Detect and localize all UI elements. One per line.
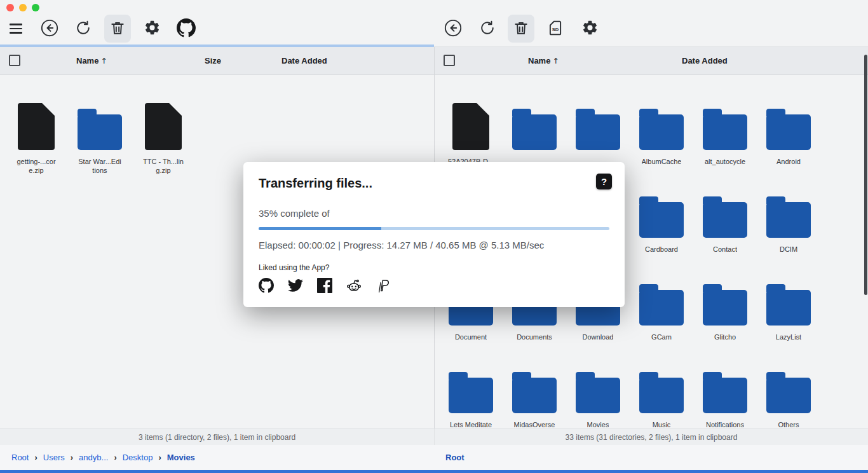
item-icon-area [639, 92, 684, 150]
select-all-checkbox[interactable] [444, 55, 455, 66]
column-date-added[interactable]: Date Added [281, 56, 327, 65]
item-label: Lets Meditate [450, 420, 492, 428]
github-icon[interactable] [259, 278, 274, 293]
left-trash-button[interactable] [104, 15, 131, 43]
column-name-label: Name [528, 56, 550, 65]
folder-item[interactable]: MidasOverse [503, 355, 566, 428]
breadcrumb-andyb-[interactable]: andyb... [79, 453, 108, 462]
breadcrumb-movies[interactable]: Movies [167, 453, 195, 462]
item-icon-area [452, 92, 489, 150]
folder-icon [639, 378, 684, 413]
folder-item[interactable]: Contact [693, 179, 757, 267]
sdcard-button[interactable]: SD [542, 15, 569, 43]
right-refresh-button[interactable] [474, 15, 501, 43]
social-prompt: Liked using the App? [259, 263, 609, 272]
left-status-text: 3 items (1 directory, 2 files), 1 item i… [139, 433, 295, 442]
item-icon-area [576, 355, 620, 413]
left-settings-button[interactable] [139, 15, 165, 43]
folder-icon [766, 202, 811, 238]
breadcrumb-separator: › [71, 453, 73, 462]
folder-item[interactable]: Movies [566, 355, 630, 428]
file-item[interactable]: getting-...cor e.zip [4, 92, 68, 179]
folder-item[interactable]: DCIM [757, 179, 820, 267]
item-icon-area [766, 267, 811, 326]
folder-icon [703, 114, 747, 150]
item-icon-area [18, 92, 55, 150]
item-label: Star War...Edi tions [78, 157, 121, 175]
dialog-title: Transferring files... [259, 176, 609, 191]
file-icon [145, 103, 182, 150]
column-name-label: Name [76, 56, 98, 65]
progress-fill [259, 227, 381, 230]
refresh-icon [478, 19, 496, 39]
item-icon-area [703, 179, 747, 238]
item-label: Download [583, 332, 614, 341]
folder-item[interactable]: AlbumCache [630, 92, 693, 179]
folder-item[interactable]: Cardboard [630, 179, 693, 267]
refresh-icon [74, 19, 92, 39]
folder-item[interactable]: Others [757, 355, 820, 428]
right-settings-button[interactable] [576, 15, 603, 43]
minimize-button[interactable] [19, 4, 27, 11]
folder-item[interactable]: alt_autocycle [693, 92, 757, 179]
twitter-icon[interactable] [288, 278, 303, 293]
left-back-button[interactable] [36, 15, 63, 43]
help-button[interactable]: ? [596, 174, 612, 189]
file-manager-window: SD Name↑ Size Date Added getting-...cor … [0, 0, 868, 473]
folder-icon [766, 290, 811, 326]
folder-item[interactable]: LazyList [757, 267, 820, 355]
left-breadcrumb: Root›Users›andyb...›Desktop›Movies [0, 445, 434, 470]
vertical-scrollbar[interactable] [864, 55, 867, 295]
folder-item[interactable]: Notifications [693, 355, 757, 428]
menu-button[interactable] [3, 15, 29, 43]
item-label: TTC - Th...lin g.zip [143, 157, 184, 175]
item-icon-area [512, 92, 557, 150]
item-label: Movies [587, 420, 609, 428]
folder-item[interactable]: Lets Meditate [439, 355, 503, 428]
file-item[interactable]: TTC - Th...lin g.zip [132, 92, 195, 179]
select-all-checkbox[interactable] [9, 55, 20, 66]
folder-icon [766, 378, 811, 413]
breadcrumb-users[interactable]: Users [43, 453, 65, 462]
file-icon [452, 103, 489, 150]
right-status-bar: 33 items (31 directories, 2 files), 1 it… [434, 428, 868, 445]
column-name[interactable]: Name↑ [528, 56, 559, 65]
menu-icon [10, 24, 22, 34]
left-column-header: Name↑ Size Date Added [0, 47, 434, 75]
item-label: Music [653, 420, 671, 428]
column-size[interactable]: Size [205, 56, 221, 65]
github-button[interactable] [173, 15, 200, 43]
column-name[interactable]: Name↑ [76, 56, 107, 65]
item-icon-area [703, 355, 747, 413]
folder-item[interactable]: Music [630, 355, 693, 428]
folder-item[interactable]: Glitcho [693, 267, 757, 355]
folder-item[interactable]: Android [757, 92, 820, 179]
folder-icon [639, 114, 684, 150]
progress-bar [259, 227, 609, 230]
folder-icon [512, 378, 557, 413]
column-date-added[interactable]: Date Added [682, 56, 728, 65]
back-icon [444, 18, 463, 39]
right-back-button[interactable] [440, 15, 466, 43]
paypal-icon[interactable] [376, 278, 391, 293]
folder-item[interactable]: GCam [630, 267, 693, 355]
right-trash-button[interactable] [508, 15, 534, 43]
item-label: Documents [517, 332, 552, 341]
item-label: getting-...cor e.zip [17, 157, 55, 175]
breadcrumb-separator: › [114, 453, 116, 462]
folder-item[interactable]: Star War...Edi tions [68, 92, 132, 179]
item-icon-area [766, 92, 811, 150]
folder-icon [78, 114, 122, 150]
breadcrumb-root[interactable]: Root [11, 453, 29, 462]
breadcrumb-desktop[interactable]: Desktop [123, 453, 153, 462]
facebook-icon[interactable] [317, 278, 332, 293]
breadcrumb-root[interactable]: Root [445, 453, 465, 462]
item-icon-area [639, 179, 684, 238]
left-refresh-button[interactable] [70, 15, 97, 43]
close-button[interactable] [6, 4, 14, 11]
zoom-button[interactable] [32, 4, 39, 11]
progress-label: 35% complete of [259, 208, 609, 219]
item-label: GCam [651, 332, 672, 341]
breadcrumb-separator: › [158, 453, 161, 462]
reddit-icon[interactable] [346, 278, 362, 293]
